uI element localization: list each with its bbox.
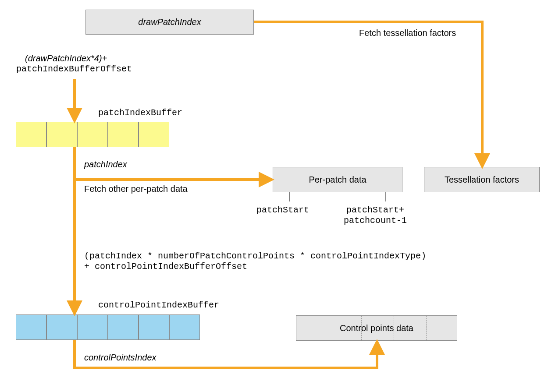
buffer-cell (139, 122, 169, 147)
dash-separator (426, 316, 427, 340)
formula2-line2: + controlPointIndexBufferOffset (84, 261, 247, 272)
control-points-data-text: Control points data (340, 323, 413, 333)
buffer-cell (16, 122, 46, 147)
dash-separator (329, 316, 329, 340)
cp-index-label: controlPointsIndex (84, 353, 157, 363)
formula1-line1: (drawPatchIndex*4)+ (25, 53, 107, 64)
buffer-cell (46, 314, 77, 340)
buffer-cell (169, 314, 200, 340)
formula1-line2: patchIndexBufferOffset (16, 64, 132, 74)
dash-separator (361, 316, 362, 340)
tess-factors-box: Tessellation factors (424, 167, 540, 192)
buffer-cell (46, 122, 77, 147)
patch-index-buffer-label: patchIndexBuffer (98, 108, 182, 118)
buffer-cell (108, 122, 139, 147)
fetch-per-patch-label: Fetch other per-patch data (84, 184, 188, 194)
patch-index-buffer (16, 122, 169, 147)
buffer-cell (77, 122, 108, 147)
per-patch-data-box: Per-patch data (273, 167, 402, 192)
patch-start-label: patchStart (256, 205, 309, 215)
fetch-tess-label: Fetch tessellation factors (359, 28, 456, 38)
patch-start-plus-line2: patchcount-1 (344, 215, 407, 226)
dash-separator (394, 316, 394, 340)
buffer-cell (139, 314, 169, 340)
buffer-cell (16, 314, 46, 340)
formula2-line1: (patchIndex * numberOfPatchControlPoints… (84, 251, 426, 261)
arrow-draw-to-tess (254, 22, 482, 164)
patch-index-label: patchIndex (84, 159, 127, 170)
control-points-data-box: Control points data (296, 315, 457, 341)
cp-index-buffer-label: controlPointIndexBuffer (98, 300, 219, 310)
cp-index-buffer (16, 314, 200, 340)
patch-start-plus-line1: patchStart+ (346, 205, 404, 215)
buffer-cell (77, 314, 108, 340)
draw-patch-index-box: drawPatchIndex (85, 10, 254, 35)
buffer-cell (108, 314, 139, 340)
